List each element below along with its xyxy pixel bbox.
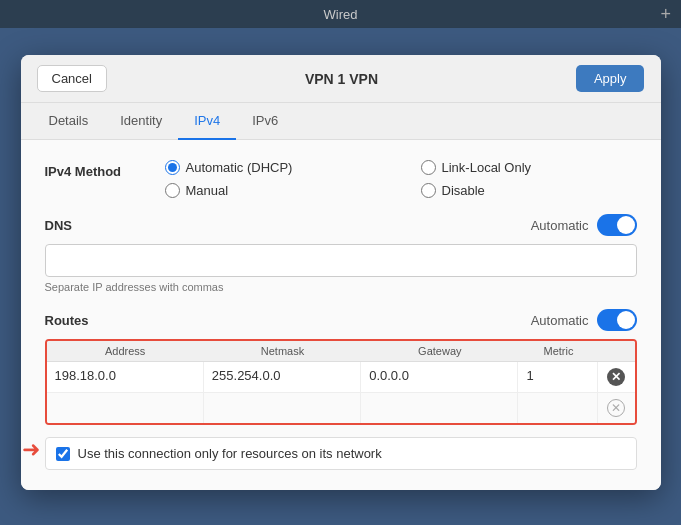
route-gateway-1[interactable]: 0.0.0.0	[361, 362, 518, 392]
route-gateway-2[interactable]	[361, 393, 518, 423]
routes-col-headers: Address Netmask Gateway Metric	[47, 341, 635, 362]
add-network-button[interactable]: +	[660, 4, 671, 25]
route-metric-2[interactable]	[518, 393, 598, 423]
col-metric: Metric	[518, 341, 598, 361]
connection-only-checkbox[interactable]	[56, 447, 70, 461]
tab-bar: Details Identity IPv4 IPv6	[21, 103, 661, 140]
method-manual[interactable]: Manual	[165, 183, 381, 198]
connection-only-checkbox-row[interactable]: Use this connection only for resources o…	[45, 437, 637, 470]
route-metric-1[interactable]: 1	[518, 362, 598, 392]
col-address: Address	[47, 341, 204, 361]
route-address-1[interactable]: 198.18.0.0	[47, 362, 204, 392]
dns-auto-toggle[interactable]	[597, 214, 637, 236]
route-netmask-1[interactable]: 255.254.0.0	[204, 362, 361, 392]
routes-auto-toggle[interactable]	[597, 309, 637, 331]
route-delete-1[interactable]: ✕	[598, 362, 634, 392]
routes-table: Address Netmask Gateway Metric 198.18.0.…	[45, 339, 637, 425]
tab-identity[interactable]: Identity	[104, 103, 178, 140]
tab-ipv6[interactable]: IPv6	[236, 103, 294, 140]
top-bar-title: Wired	[324, 7, 358, 22]
arrow-indicator: ➜	[22, 437, 40, 463]
dialog-header: Cancel VPN 1 VPN Apply	[21, 55, 661, 103]
route-netmask-2[interactable]	[204, 393, 361, 423]
route-delete-2[interactable]: ✕	[598, 393, 634, 423]
tab-ipv4[interactable]: IPv4	[178, 103, 236, 140]
method-disable[interactable]: Disable	[421, 183, 637, 198]
cancel-button[interactable]: Cancel	[37, 65, 107, 92]
routes-auto-wrapper: Automatic	[531, 309, 637, 331]
routes-auto-label: Automatic	[531, 313, 589, 328]
dialog-title: VPN 1 VPN	[305, 71, 378, 87]
delete-row-outline-icon[interactable]: ✕	[607, 399, 625, 417]
vpn-dialog: Cancel VPN 1 VPN Apply Details Identity …	[21, 55, 661, 490]
dns-auto-label: Automatic	[531, 218, 589, 233]
tab-details[interactable]: Details	[33, 103, 105, 140]
table-row: ✕	[47, 393, 635, 423]
dns-hint: Separate IP addresses with commas	[45, 281, 637, 293]
method-link-local[interactable]: Link-Local Only	[421, 160, 637, 175]
routes-label: Routes	[45, 313, 89, 328]
dns-section: DNS Automatic Separate IP addresses with…	[45, 214, 637, 293]
table-row: 198.18.0.0 255.254.0.0 0.0.0.0 1 ✕	[47, 362, 635, 393]
dns-label: DNS	[45, 218, 72, 233]
connection-only-label: Use this connection only for resources o…	[78, 446, 382, 461]
method-auto-dhcp[interactable]: Automatic (DHCP)	[165, 160, 381, 175]
method-label: IPv4 Method	[45, 160, 165, 179]
ipv4-method-section: IPv4 Method Automatic (DHCP) Link-Local …	[45, 160, 637, 198]
apply-button[interactable]: Apply	[576, 65, 645, 92]
ipv4-content: IPv4 Method Automatic (DHCP) Link-Local …	[21, 140, 661, 490]
method-radio-group: Automatic (DHCP) Link-Local Only Manual …	[165, 160, 637, 198]
col-gateway: Gateway	[361, 341, 518, 361]
routes-header: Routes Automatic	[45, 309, 637, 331]
route-address-2[interactable]	[47, 393, 204, 423]
col-netmask: Netmask	[204, 341, 361, 361]
delete-row-icon[interactable]: ✕	[607, 368, 625, 386]
dns-auto-wrapper: Automatic	[531, 214, 637, 236]
routes-section: Routes Automatic Address Netmask Gateway…	[45, 309, 637, 425]
dns-header: DNS Automatic	[45, 214, 637, 236]
col-delete-placeholder	[598, 341, 634, 361]
dns-input[interactable]	[45, 244, 637, 277]
